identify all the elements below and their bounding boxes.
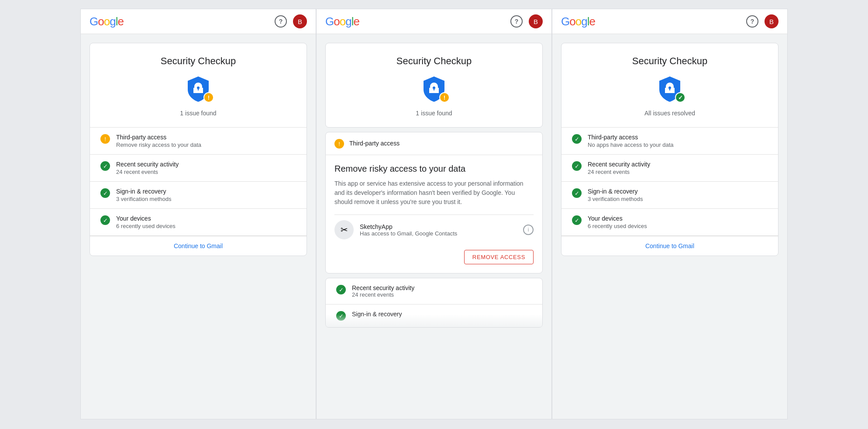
user-avatar-3[interactable]: B (765, 14, 778, 28)
panel-2-content: Security Checkup ! 1 issue found ! Third… (317, 34, 551, 419)
header-icons-3: ? B (746, 14, 778, 28)
list-item-text-2: Recent security activity 24 recent event… (116, 161, 296, 175)
panel-1-content: Security Checkup ! 1 issue found ! (81, 34, 316, 419)
app-name: SketchyApp (360, 223, 517, 230)
item-subtitle-3b: 24 recent events (588, 169, 768, 175)
google-logo-3: Google (561, 15, 595, 28)
item-title-3a: Third-party access (588, 134, 768, 141)
card-title-3: Security Checkup (572, 55, 768, 67)
svg-rect-1 (198, 88, 199, 90)
panel-1: Google ? B Security Checkup ! (80, 9, 316, 419)
expanded-section-label: Third-party access (349, 140, 400, 147)
success-icon-1b: ✓ (100, 188, 110, 198)
help-icon[interactable]: ? (275, 15, 287, 28)
partial-item-security[interactable]: ✓ Recent security activity 24 recent eve… (326, 278, 542, 304)
item-subtitle-3a: No apps have access to your data (588, 142, 768, 148)
partial-title-2: Sign-in & recovery (352, 311, 532, 318)
svg-rect-5 (669, 88, 670, 90)
list-item-text-1: Third-party access Remove risky access t… (116, 134, 296, 148)
item-subtitle-3: 3 verification methods (116, 196, 296, 202)
issue-text-1: 1 issue found (100, 110, 296, 117)
list-item-text-3c: Sign-in & recovery 3 verification method… (588, 188, 768, 202)
list-item-text-3a: Third-party access No apps have access t… (588, 134, 768, 148)
expanded-header: ! Third-party access (326, 132, 542, 155)
expanded-warning-icon: ! (334, 139, 344, 149)
item-subtitle-1: Remove risky access to your data (116, 142, 296, 148)
continue-link-3[interactable]: Continue to Gmail (561, 236, 778, 256)
help-icon-2[interactable]: ? (510, 15, 523, 28)
success-icon-3d: ✓ (572, 215, 582, 225)
continue-link-1[interactable]: Continue to Gmail (90, 236, 307, 256)
item-title-3b: Recent security activity (588, 161, 768, 168)
security-card-2-top: Security Checkup ! 1 issue found (325, 43, 543, 128)
list-item-text-3: Sign-in & recovery 3 verification method… (116, 188, 296, 202)
card-title-2: Security Checkup (336, 55, 532, 67)
info-icon[interactable]: i (523, 225, 534, 235)
partial-item-signin[interactable]: ✓ Sign-in & recovery (326, 304, 542, 327)
list-item-text-3d: Your devices 6 recently used devices (588, 215, 768, 229)
expanded-body: Remove risky access to your data This ap… (326, 155, 542, 273)
list-item-third-party-1[interactable]: ! Third-party access Remove risky access… (90, 128, 307, 155)
app-info: SketchyApp Has access to Gmail, Google C… (360, 223, 517, 237)
card-top-3: Security Checkup ✓ All issues resolved (561, 43, 778, 128)
success-badge-3: ✓ (675, 92, 685, 103)
panel-3: Google ? B Security Checkup ✓ All iss (552, 9, 788, 419)
partial-text-2: Sign-in & recovery (352, 311, 532, 318)
app-access: Has access to Gmail, Google Contacts (360, 230, 517, 237)
issue-text-3: All issues resolved (572, 110, 768, 117)
panel-2-header: Google ? B (317, 9, 551, 34)
partial-title-1: Recent security activity (352, 284, 532, 291)
warning-badge-1: ! (203, 92, 214, 103)
item-title-3: Sign-in & recovery (116, 188, 296, 195)
security-card-3: Security Checkup ✓ All issues resolved ✓… (561, 43, 778, 256)
expanded-desc: This app or service has extensive access… (334, 179, 534, 207)
list-item-devices-3[interactable]: ✓ Your devices 6 recently used devices (561, 209, 778, 236)
item-subtitle-4: 6 recently used devices (116, 223, 296, 229)
item-subtitle-2: 24 recent events (116, 169, 296, 175)
warning-badge-2: ! (439, 92, 450, 103)
success-icon-2b: ✓ (336, 311, 346, 321)
partial-text-1: Recent security activity 24 recent event… (352, 284, 532, 298)
panel-2: Google ? B Security Checkup ! 1 (316, 9, 552, 419)
shield-container-3: ✓ (656, 75, 684, 103)
help-icon-3[interactable]: ? (746, 15, 758, 28)
user-avatar-2[interactable]: B (529, 14, 543, 28)
item-title-2: Recent security activity (116, 161, 296, 168)
item-title-3c: Sign-in & recovery (588, 188, 768, 195)
item-title-4: Your devices (116, 215, 296, 222)
app-row: ✂ SketchyApp Has access to Gmail, Google… (334, 214, 534, 245)
google-logo: Google (90, 15, 124, 28)
panel-3-content: Security Checkup ✓ All issues resolved ✓… (552, 34, 787, 419)
list-item-security-activity-1[interactable]: ✓ Recent security activity 24 recent eve… (90, 155, 307, 182)
success-icon-3c: ✓ (572, 188, 582, 198)
list-item-signin-1[interactable]: ✓ Sign-in & recovery 3 verification meth… (90, 182, 307, 209)
card-top-2: Security Checkup ! 1 issue found (326, 43, 542, 127)
header-icons: ? B (275, 14, 307, 28)
list-item-security-activity-3[interactable]: ✓ Recent security activity 24 recent eve… (561, 155, 778, 182)
app-icon: ✂ (334, 220, 354, 239)
card-top-1: Security Checkup ! 1 issue found (90, 43, 307, 128)
item-subtitle-3c: 3 verification methods (588, 196, 768, 202)
item-title-3d: Your devices (588, 215, 768, 222)
list-item-devices-1[interactable]: ✓ Your devices 6 recently used devices (90, 209, 307, 236)
success-icon-2a: ✓ (336, 285, 346, 294)
success-icon-3a: ✓ (572, 134, 582, 144)
issue-text-2: 1 issue found (336, 110, 532, 117)
card-title-1: Security Checkup (100, 55, 296, 67)
item-subtitle-3d: 6 recently used devices (588, 223, 768, 229)
list-item-text-4: Your devices 6 recently used devices (116, 215, 296, 229)
item-title-1: Third-party access (116, 134, 296, 141)
google-logo-2: Google (325, 15, 359, 28)
partial-subtitle-1: 24 recent events (352, 291, 532, 298)
security-card-1: Security Checkup ! 1 issue found ! (90, 43, 307, 256)
warning-icon-1: ! (100, 134, 110, 144)
list-item-third-party-3[interactable]: ✓ Third-party access No apps have access… (561, 128, 778, 155)
success-icon-3b: ✓ (572, 161, 582, 171)
success-icon-1c: ✓ (100, 215, 110, 225)
list-item-signin-3[interactable]: ✓ Sign-in & recovery 3 verification meth… (561, 182, 778, 209)
remove-access-button[interactable]: REMOVE ACCESS (464, 250, 534, 264)
svg-rect-3 (434, 88, 434, 90)
panel-3-header: Google ? B (552, 9, 787, 34)
user-avatar[interactable]: B (293, 14, 307, 28)
expanded-section: ! Third-party access Remove risky access… (325, 132, 543, 273)
